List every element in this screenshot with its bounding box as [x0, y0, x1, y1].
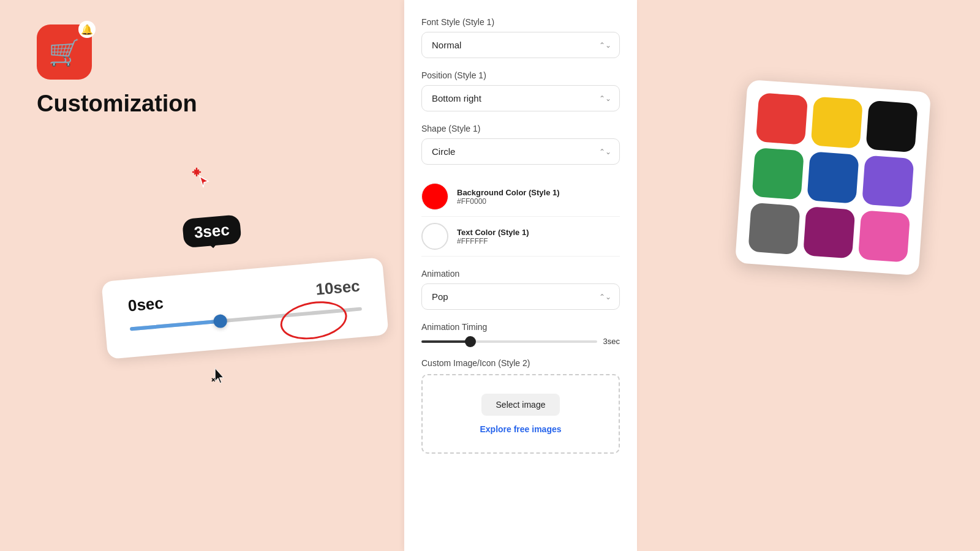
text-color-info: Text Color (Style 1) #FFFFFF [457, 228, 529, 246]
slider-min-label: 0sec [127, 294, 164, 316]
cart-icon: 🛒 [48, 37, 80, 67]
text-color-hex: #FFFFFF [457, 237, 529, 246]
text-color-circle [421, 223, 448, 250]
right-panel: Font Style (Style 1) Normal Bold Italic … [404, 0, 637, 551]
explore-images-link[interactable]: Explore free images [480, 424, 561, 434]
font-style-group: Font Style (Style 1) Normal Bold Italic [421, 17, 620, 58]
palette-swatch-4[interactable] [807, 151, 859, 203]
position-label: Position (Style 1) [421, 70, 620, 80]
color-palette [735, 80, 931, 276]
palette-swatch-7[interactable] [803, 206, 855, 258]
slider-max-label: 10sec [315, 277, 361, 299]
palette-swatch-6[interactable] [748, 203, 800, 255]
background-color-info: Background Color (Style 1) #FF0000 [457, 188, 560, 206]
slider-circle-annotation [277, 296, 350, 344]
background-color-label: Background Color (Style 1) [457, 188, 560, 197]
select-image-button[interactable]: Select image [481, 394, 560, 416]
page-title: Customization [37, 91, 368, 117]
font-style-label: Font Style (Style 1) [421, 17, 620, 27]
animation-label: Animation [421, 269, 620, 279]
font-style-select[interactable]: Normal Bold Italic [421, 32, 620, 58]
position-select-wrapper[interactable]: Bottom right Bottom left Top right Top l… [421, 85, 620, 111]
background-color-circle [421, 183, 448, 210]
animation-group: Animation Pop Bounce Slide Fade [421, 269, 620, 310]
text-color-row[interactable]: Text Color (Style 1) #FFFFFF [421, 217, 620, 257]
animation-timing-label: Animation Timing [421, 322, 620, 332]
background-color-row[interactable]: Background Color (Style 1) #FF0000 [421, 177, 620, 217]
custom-image-label: Custom Image/Icon (Style 2) [421, 358, 620, 368]
palette-swatch-3[interactable] [752, 148, 804, 200]
background-color-hex: #FF0000 [457, 197, 560, 206]
shape-label: Shape (Style 1) [421, 124, 620, 133]
position-select[interactable]: Bottom right Bottom left Top right Top l… [421, 85, 620, 111]
timing-slider[interactable] [421, 340, 597, 343]
cursor-bottom-annotation [208, 367, 228, 389]
position-group: Position (Style 1) Bottom right Bottom l… [421, 70, 620, 111]
animation-select[interactable]: Pop Bounce Slide Fade [421, 283, 620, 310]
font-style-select-wrapper[interactable]: Normal Bold Italic [421, 32, 620, 58]
text-color-label: Text Color (Style 1) [457, 228, 529, 237]
palette-swatch-5[interactable] [862, 156, 914, 208]
animation-select-wrapper[interactable]: Pop Bounce Slide Fade [421, 283, 620, 310]
slider-balloon: 3sec [182, 214, 242, 248]
shape-select[interactable]: Circle Square Rounded [421, 138, 620, 165]
palette-swatch-1[interactable] [811, 97, 863, 149]
slider-thumb[interactable] [213, 314, 228, 329]
timing-row: 3sec [421, 337, 620, 346]
cursor-annotation [190, 165, 214, 192]
palette-swatch-2[interactable] [865, 100, 918, 152]
palette-swatch-0[interactable] [756, 92, 808, 144]
palette-swatch-8[interactable] [858, 210, 910, 262]
custom-image-box: Select image Explore free images [421, 374, 620, 454]
slider-track-fill [130, 319, 223, 331]
shape-group: Shape (Style 1) Circle Square Rounded [421, 124, 620, 165]
shape-select-wrapper[interactable]: Circle Square Rounded [421, 138, 620, 165]
animation-timing-group: Animation Timing 3sec [421, 322, 620, 346]
bell-badge: 🔔 [78, 21, 96, 38]
timing-value: 3sec [603, 337, 620, 346]
custom-image-section: Custom Image/Icon (Style 2) Select image… [421, 358, 620, 454]
timing-thumb[interactable] [465, 336, 476, 347]
app-icon: 🛒 🔔 [37, 24, 92, 80]
